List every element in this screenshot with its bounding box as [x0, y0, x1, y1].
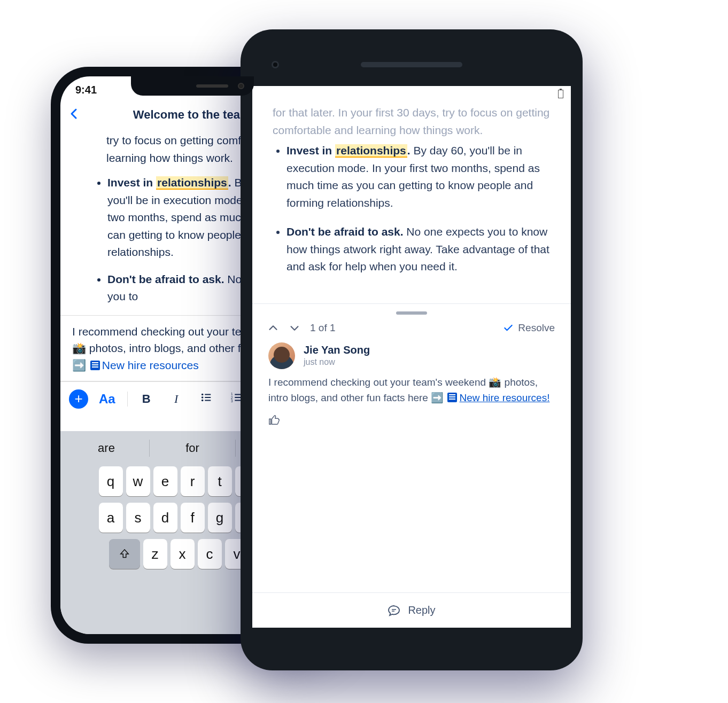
android-phone-top	[252, 43, 571, 86]
key-c[interactable]: c	[198, 539, 222, 569]
camera-emoji: 📸	[489, 377, 501, 388]
bold-text: Don't be afraid to ask.	[286, 225, 404, 238]
chevron-left-icon	[68, 107, 81, 120]
bullet-list: Invest in relationships. By day 60, you'…	[273, 142, 553, 276]
android-status-bar	[252, 86, 571, 102]
page-link[interactable]: New hire resources!	[459, 392, 549, 403]
comment-nav-left: 1 of 1	[267, 322, 336, 334]
android-screen: for that later. In your first 30 days, t…	[252, 86, 571, 628]
comment-body: I recommend checking out your team's wee…	[268, 374, 555, 406]
key-q[interactable]: q	[99, 466, 123, 496]
key-t[interactable]: t	[208, 466, 232, 496]
italic-button[interactable]: I	[164, 392, 189, 406]
key-a[interactable]: a	[99, 503, 123, 533]
separator	[127, 392, 128, 407]
svg-point-0	[202, 394, 204, 396]
key-s[interactable]: s	[126, 503, 150, 533]
avatar[interactable]	[268, 342, 295, 369]
shift-key[interactable]	[109, 539, 140, 569]
page-link[interactable]: New hire resources	[102, 359, 199, 371]
ios-notch	[131, 76, 254, 96]
bold-text: Invest in	[107, 176, 156, 189]
next-comment-button[interactable]	[289, 322, 300, 334]
reply-label: Reply	[408, 604, 435, 616]
battery-icon	[558, 90, 563, 98]
front-camera	[272, 61, 279, 68]
comment-thread: Jie Yan Song just now I recommend checki…	[252, 342, 571, 435]
key-r[interactable]: r	[181, 466, 205, 496]
resolve-label: Resolve	[518, 322, 555, 334]
comment-nav-bar: 1 of 1 Resolve	[252, 320, 571, 342]
shift-icon	[119, 548, 130, 560]
comment-header: Jie Yan Song just now	[268, 342, 555, 369]
bold-button[interactable]: B	[134, 392, 159, 406]
prev-comment-button[interactable]	[267, 322, 279, 334]
insert-button[interactable]: +	[69, 389, 88, 409]
divider	[252, 303, 571, 304]
resolve-button[interactable]: Resolve	[503, 322, 555, 334]
svg-point-1	[202, 396, 204, 399]
comment-timestamp: just now	[304, 357, 370, 367]
back-button[interactable]	[68, 107, 81, 122]
arrow-emoji: ➡️	[431, 392, 444, 403]
suggestion[interactable]: for	[150, 435, 235, 461]
page-icon	[90, 361, 100, 370]
speaker-grille	[361, 62, 462, 67]
paragraph-cutoff: for that later. In your first 30 days, t…	[273, 104, 553, 139]
key-g[interactable]: g	[208, 503, 232, 533]
front-camera	[238, 83, 244, 89]
status-time: 9:41	[75, 84, 97, 96]
comment-author: Jie Yan Song	[304, 344, 370, 356]
chevron-up-icon	[267, 322, 279, 334]
highlighted-text[interactable]: relationships	[335, 144, 407, 158]
text-style-button[interactable]: Aa	[94, 392, 121, 407]
highlighted-text[interactable]: relationships	[156, 176, 228, 190]
android-document-body[interactable]: for that later. In your first 30 days, t…	[252, 102, 571, 298]
key-z[interactable]: z	[143, 539, 167, 569]
check-icon	[503, 323, 514, 333]
key-w[interactable]: w	[126, 466, 150, 496]
chevron-down-icon	[289, 322, 300, 334]
comment-text: I recommend checking out your team's wee…	[268, 377, 489, 388]
page-title: Welcome to the tea...	[133, 108, 250, 122]
bullet-list-button[interactable]	[194, 392, 219, 407]
list-item: Don't be afraid to ask. No one expects y…	[286, 223, 553, 276]
page-icon	[447, 393, 457, 402]
list-item: Invest in relationships. By day 60, you'…	[286, 142, 553, 212]
speaker-grille	[196, 84, 228, 88]
thumbs-up-icon	[268, 415, 280, 426]
key-e[interactable]: e	[153, 466, 177, 496]
comment-counter: 1 of 1	[310, 322, 336, 334]
bold-text: Invest in	[286, 144, 335, 157]
reply-bar[interactable]: Reply	[252, 592, 571, 628]
like-button[interactable]	[268, 415, 555, 428]
android-phone-frame: for that later. In your first 30 days, t…	[241, 29, 583, 670]
arrow-emoji: ➡️	[72, 359, 86, 371]
svg-point-2	[202, 400, 204, 402]
plus-icon: +	[74, 390, 82, 407]
bullet-list-icon	[200, 392, 212, 403]
key-x[interactable]: x	[171, 539, 195, 569]
drag-handle[interactable]	[396, 311, 427, 315]
svg-text:3: 3	[231, 399, 233, 403]
bold-text: Don't be afraid to ask.	[107, 273, 224, 285]
key-f[interactable]: f	[181, 503, 205, 533]
camera-emoji: 📸	[72, 342, 86, 354]
key-d[interactable]: d	[153, 503, 177, 533]
suggestion[interactable]: are	[64, 435, 149, 461]
comment-icon	[388, 604, 400, 617]
